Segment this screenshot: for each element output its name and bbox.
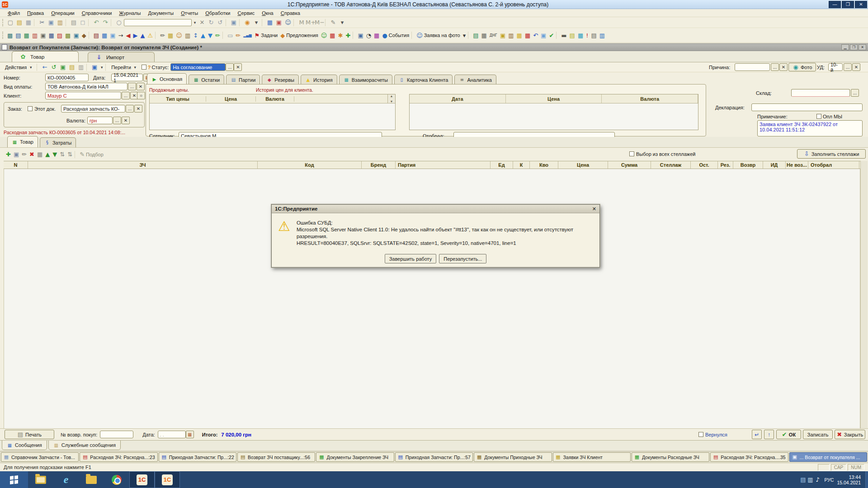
tray-sound-icon[interactable]: ♪ (814, 476, 821, 484)
ok-button[interactable]: ✔ ОК (776, 430, 801, 439)
footer-date-field[interactable]: . . (158, 431, 186, 438)
menu-item[interactable]: Файл (5, 10, 23, 16)
price-history-label[interactable]: История цен для клиента. (256, 87, 313, 93)
mdi-close-button[interactable]: ✕ (859, 44, 866, 50)
tool-icon[interactable]: ▨ (56, 31, 64, 39)
ud-field[interactable]: 10-й (828, 63, 843, 71)
status-checkbox[interactable] (142, 65, 146, 70)
menu-item[interactable]: Окна (259, 10, 277, 16)
minimize-button[interactable]: — (829, 1, 841, 8)
linked-doc-link[interactable]: Расходная запчасть КО-0003605 от 10.04.2… (4, 130, 125, 135)
forward-icon[interactable]: ▶ (132, 31, 139, 39)
tool-icon[interactable]: ▭ (226, 31, 234, 39)
find-icon[interactable]: ○ (114, 19, 123, 27)
table-scrollbar[interactable]: ▲▼ (387, 94, 395, 103)
tool-icon[interactable]: ▦ (373, 31, 381, 39)
warehouse-ellipsis-button[interactable]: ... (851, 89, 859, 97)
taskbar-1c-button[interactable]: 1С (129, 471, 155, 488)
return-icon[interactable]: ↶ (532, 31, 539, 39)
tab-rezervy[interactable]: ◆Резервы (262, 75, 299, 84)
tray-network-icon[interactable]: ▥ (807, 476, 814, 484)
paid-we-checkbox[interactable] (816, 114, 821, 119)
new-document-icon[interactable]: ▢ (6, 19, 15, 27)
move-up-icon[interactable]: ▲ (44, 150, 51, 159)
tab-partii[interactable]: ▤Партии (226, 75, 260, 84)
tab-kartochka[interactable]: ▯Карточка Клиента (394, 75, 453, 84)
menu-item[interactable]: Правка (24, 10, 47, 16)
add-row-icon[interactable]: ✚ (5, 150, 12, 159)
tool-icon[interactable]: ▬ (560, 31, 568, 39)
tool-icon[interactable]: ▲ (199, 31, 207, 39)
taskbar-ie-button[interactable]: e (53, 471, 79, 488)
reason-field[interactable] (735, 63, 770, 71)
windows-icon[interactable]: ▣ (229, 19, 238, 27)
order-clear-button[interactable]: ✕ (134, 105, 142, 113)
move-up-button[interactable]: ↑ (764, 430, 774, 439)
menu-item[interactable]: Документы (145, 10, 177, 16)
calculator-icon[interactable]: ▦ (265, 19, 274, 27)
toolbar-grip[interactable] (2, 19, 5, 26)
tray-doc-icon[interactable]: ▤ (799, 476, 807, 484)
window-button[interactable]: ▤Приходная Запчасти: Пр...:57 (395, 452, 473, 462)
print-icon[interactable]: ▤ (69, 19, 78, 27)
print-button[interactable]: ▤ Печать (5, 430, 54, 439)
add-icon[interactable]: ✚ (344, 31, 352, 39)
tool-icon[interactable]: ▦ (576, 31, 585, 39)
reason-ellipsis-button[interactable]: ... (771, 63, 779, 71)
price-history-table[interactable]: ДатаЦенаВалюта (409, 94, 698, 130)
sales-prices-table[interactable]: Тип ценыЦенаВалюта ▲▼ (149, 94, 396, 130)
window-button[interactable]: ▦Справочник Запчасти - Тов... (1, 452, 79, 462)
tool-icon[interactable]: ▣ (356, 31, 364, 39)
mdi-minimize-button[interactable]: ▁ (841, 44, 849, 50)
tool-icon[interactable]: ▤ (568, 31, 576, 39)
alert-icon[interactable]: ! (585, 31, 590, 39)
payment-type-field[interactable]: ТОВ Автонова-Д Київ НАЛ (45, 83, 127, 90)
status-ellipsis-button[interactable]: ... (226, 63, 234, 71)
fill-shelves-button[interactable]: ⇩ Заполнить стеллажи (797, 149, 866, 159)
window-button[interactable]: ▦Документы Приходные ЗЧ (474, 452, 552, 462)
actions-menu-button[interactable]: Действия▾ (3, 64, 36, 70)
tool-icon[interactable]: ▣ (499, 31, 507, 39)
post-doc-icon[interactable]: ← (40, 63, 49, 71)
error-dialog-close-icon[interactable]: ✕ (592, 206, 596, 212)
user-lock-icon[interactable]: ☺ (283, 19, 292, 27)
open-icon[interactable]: ▤ (15, 19, 24, 27)
menu-item[interactable]: Обработки (202, 10, 233, 16)
status-clear-button[interactable]: ✕ (234, 63, 242, 71)
send-doc-icon[interactable]: ▣ (90, 63, 99, 71)
client-search-button[interactable]: ○ (137, 92, 145, 99)
memory-icon[interactable]: М (297, 19, 306, 27)
pencil-icon[interactable]: ✏ (234, 31, 242, 39)
send-doc-dropdown-icon[interactable]: ▾ (99, 65, 104, 70)
tab-istoriya[interactable]: ▲История (301, 75, 337, 84)
maximize-button[interactable]: ❐ (842, 1, 854, 8)
grid-icon[interactable]: ▦ (36, 150, 44, 159)
find-next-icon[interactable]: ↻ (207, 19, 216, 27)
taskbar-chrome-button[interactable] (104, 471, 129, 488)
payment-clear-button[interactable]: ✕ (137, 83, 145, 90)
refresh-icon[interactable]: ↺ (49, 63, 58, 71)
window-button[interactable]: ▦Документы Расходные ЗЧ (632, 452, 709, 462)
toolbar-grip[interactable] (2, 32, 5, 39)
window-button[interactable]: ▦Документы Закрепление ЗЧ (316, 452, 394, 462)
search-clear-icon[interactable]: ✕ (198, 19, 207, 27)
ud-ellipsis-button[interactable]: ... (844, 63, 852, 71)
items-table-header[interactable]: NЗЧКодБрендПартияЕдККвоЦенаСуммаСтеллажО… (4, 161, 860, 169)
number-field[interactable]: КО-0000405 (45, 74, 89, 81)
status-field[interactable]: На согласование (170, 63, 226, 71)
tool-icon[interactable]: ▥ (31, 31, 39, 39)
mdi-restore-button[interactable]: ❐ (850, 44, 858, 50)
currency-field[interactable]: грн (87, 117, 113, 124)
memory-plus-icon[interactable]: М+ (306, 19, 315, 27)
photo-request-button[interactable]: ☺Заявка на фото (415, 31, 462, 39)
dng-icon[interactable]: ДНГ (488, 31, 499, 39)
check-icon[interactable]: ✔ (547, 31, 555, 39)
tab-vzaimoraschety[interactable]: ▦Взаиморасчеты (339, 75, 392, 84)
tool-icon[interactable]: ▦ (23, 31, 31, 39)
currency-clear-button[interactable]: ✕ (122, 117, 130, 124)
help-icon[interactable]: ? (148, 65, 151, 70)
chart-icon[interactable]: ▂▄▆ (242, 31, 253, 39)
edit-icon[interactable]: ✏ (159, 31, 166, 39)
delete-row-icon[interactable]: ✖ (28, 150, 36, 159)
info-dd-icon[interactable]: ▾ (252, 19, 261, 27)
